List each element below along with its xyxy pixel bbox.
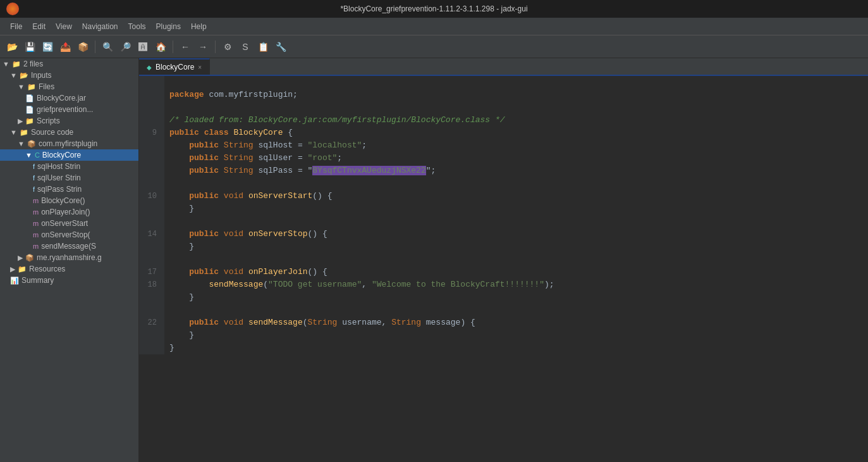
sqlpass-field-label: sqlPass Strin	[37, 185, 82, 194]
menu-navigation[interactable]: Navigation	[77, 20, 123, 34]
sidebar-onserverstop[interactable]: m onServerStop(	[0, 229, 138, 240]
summary-label: Summary	[21, 276, 54, 285]
window-title: *BlockyCore_griefprevention-1.11.2-3.1.1…	[340, 4, 527, 13]
sqlhost-field-label: sqlHost Strin	[37, 162, 80, 171]
sep-1	[95, 41, 95, 53]
sidebar-blockycore-ctor[interactable]: m BlockyCore()	[0, 195, 138, 206]
export-button[interactable]: 📤	[57, 39, 73, 55]
menu-view[interactable]: View	[51, 20, 77, 34]
sidebar-sqluser-field[interactable]: f sqlUser Strin	[0, 172, 138, 184]
onserverstart-label: onServerStart	[41, 219, 88, 228]
onserverstop-label: onServerStop(	[41, 230, 90, 239]
menu-file[interactable]: File	[5, 20, 27, 34]
sidebar-me-package[interactable]: ▶ 📦 me.ryanhamshire.g	[0, 252, 138, 263]
code-line-close-3: }	[139, 291, 868, 304]
title-bar: *BlockyCore_griefprevention-1.11.2-3.1.1…	[0, 0, 868, 18]
code-line-close-4: }	[139, 329, 868, 342]
log-button[interactable]: 📋	[255, 39, 271, 55]
sidebar-onplayerjoin[interactable]: m onPlayerJoin()	[0, 206, 138, 218]
sidebar-blockycore-class[interactable]: ▼ C BlockyCore	[0, 149, 138, 161]
find-class-button[interactable]: 🅰	[135, 39, 151, 55]
sidebar-onserverstart[interactable]: m onServerStart	[0, 218, 138, 229]
code-line-close-2: }	[139, 240, 868, 253]
sidebar-resources[interactable]: ▶ 📁 Resources	[0, 263, 138, 275]
inputs-label: Inputs	[31, 71, 52, 80]
sep-3	[215, 41, 216, 53]
search-button[interactable]: 🔍	[99, 39, 116, 55]
code-line-close-1: }	[139, 203, 868, 215]
sidebar-source-code[interactable]: ▼ 📁 Source code	[0, 127, 138, 138]
source-code-label: Source code	[31, 128, 73, 137]
code-line-10: 10 public void onServerStart() {	[139, 190, 868, 203]
sidebar-com-package[interactable]: ▼ 📦 com.myfirstplugin	[0, 138, 138, 149]
resources-label: Resources	[29, 265, 65, 273]
code-line-package: package com.myfirstplugin;	[139, 89, 868, 101]
sidebar-blockycore-jar[interactable]: 📄 BlockyCore.jar	[0, 92, 138, 104]
ctor-label: BlockyCore()	[41, 196, 85, 205]
tab-blockycore[interactable]: ◆ BlockyCore ×	[139, 58, 210, 75]
export-all-button[interactable]: 📦	[75, 39, 91, 55]
sidebar: ▼ 📁 2 files ▼ 📂 Inputs ▼ 📁 Files 📄 Block…	[0, 58, 139, 462]
files-label: Files	[39, 82, 54, 91]
code-line-17: 17 public void onPlayerJoin() {	[139, 266, 868, 278]
home-button[interactable]: 🏠	[152, 39, 169, 55]
code-line-empty-1	[139, 101, 868, 114]
menu-edit[interactable]: Edit	[27, 20, 51, 34]
preferences-button[interactable]: 🔧	[272, 39, 289, 55]
tab-label: BlockyCore	[156, 63, 194, 72]
code-line-empty-3	[139, 215, 868, 228]
code-line-empty-5	[139, 304, 868, 316]
code-line-9: 9 public class BlockyCore {	[139, 127, 868, 139]
menu-plugins[interactable]: Plugins	[151, 20, 186, 34]
onplayerjoin-label: onPlayerJoin()	[41, 208, 90, 216]
scripts-label: Scripts	[37, 116, 60, 125]
menu-bar: File Edit View Navigation Tools Plugins …	[0, 18, 868, 35]
code-line-empty-top	[139, 76, 868, 89]
refresh-button[interactable]: 🔄	[39, 39, 56, 55]
sidebar-inputs[interactable]: ▼ 📂 Inputs	[0, 70, 138, 81]
save-button[interactable]: 💾	[21, 39, 38, 55]
toolbar: 📂 💾 🔄 📤 📦 🔍 🔎 🅰 🏠 ← → ⚙ S 📋 🔧	[0, 35, 868, 58]
com-package-label: com.myfirstplugin	[39, 139, 97, 148]
code-line-sqluser: public String sqlUser = "root";	[139, 152, 868, 165]
sqluser-field-label: sqlUser Strin	[37, 173, 81, 182]
tab-icon: ◆	[147, 64, 152, 71]
griefprevention-label: griefprevention...	[37, 105, 93, 114]
sidebar-sqlpass-field[interactable]: f sqlPass Strin	[0, 184, 138, 195]
back-button[interactable]: ←	[177, 39, 193, 55]
sidebar-scripts[interactable]: ▶ 📁 Scripts	[0, 115, 138, 127]
code-line-18: 18 sendMessage("TODO get username", "Wel…	[139, 278, 868, 291]
sidebar-root[interactable]: ▼ 📁 2 files	[0, 58, 138, 70]
editor-area: ◆ BlockyCore × package com.myfirstplugin…	[139, 58, 868, 462]
root-label: 2 files	[23, 59, 43, 68]
menu-tools[interactable]: Tools	[123, 20, 151, 34]
sidebar-sqlhost-field[interactable]: f sqlHost Strin	[0, 161, 138, 172]
sidebar-sendmessage[interactable]: m sendMessage(S	[0, 240, 138, 252]
tab-bar: ◆ BlockyCore ×	[139, 58, 868, 76]
smali-button[interactable]: S	[237, 39, 254, 55]
sep-2	[173, 41, 173, 53]
forward-button[interactable]: →	[195, 39, 211, 55]
code-line-comment: /* loaded from: BlockyCore.jar:com/myfir…	[139, 114, 868, 127]
sendmessage-label: sendMessage(S	[41, 242, 96, 251]
blockycore-class-label: BlockyCore	[42, 151, 81, 159]
sidebar-griefprevention[interactable]: 📄 griefprevention...	[0, 104, 138, 115]
find-button[interactable]: 🔎	[117, 39, 133, 55]
decompile-button[interactable]: ⚙	[219, 39, 236, 55]
open-button[interactable]: 📂	[4, 39, 20, 55]
code-line-sqlhost: public String sqlHost = "localhost";	[139, 139, 868, 152]
code-line-sqlpass: public String sqlPass = "8YsqfCTnvxAUedu…	[139, 165, 868, 177]
tab-close-button[interactable]: ×	[198, 64, 202, 71]
code-editor[interactable]: package com.myfirstplugin; /* loaded fro…	[139, 76, 868, 462]
code-line-22: 22 public void sendMessage(String userna…	[139, 316, 868, 329]
code-line-empty-4	[139, 253, 868, 266]
code-line-final: }	[139, 342, 868, 354]
menu-help[interactable]: Help	[186, 20, 212, 34]
blockycore-jar-label: BlockyCore.jar	[37, 94, 86, 103]
sidebar-summary[interactable]: 📊 Summary	[0, 275, 138, 286]
sidebar-files[interactable]: ▼ 📁 Files	[0, 81, 138, 92]
main-layout: ▼ 📁 2 files ▼ 📂 Inputs ▼ 📁 Files 📄 Block…	[0, 58, 868, 462]
app-logo	[6, 3, 19, 15]
code-line-empty-2	[139, 177, 868, 190]
code-line-14: 14 public void onServerStop() {	[139, 228, 868, 240]
